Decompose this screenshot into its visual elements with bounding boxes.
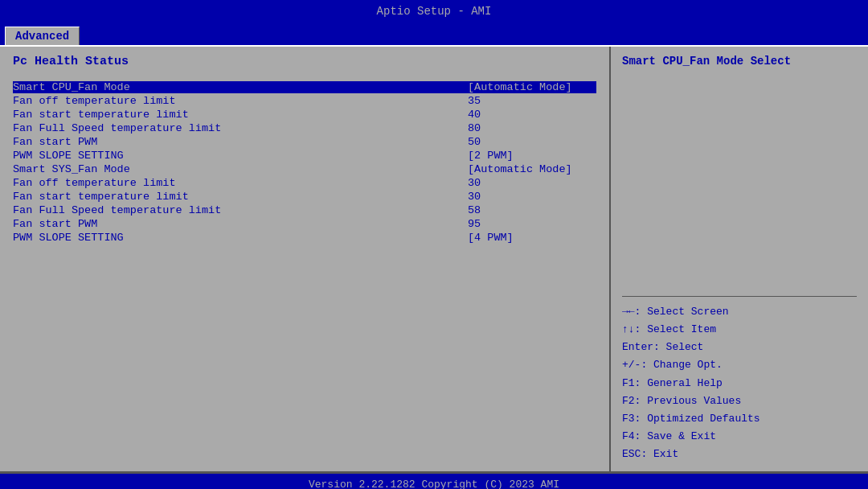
setting-row[interactable]: Smart CPU_Fan Mode[Automatic Mode]: [13, 81, 596, 93]
key-help-line: Enter: Select: [622, 339, 857, 356]
setting-value: 58: [468, 204, 596, 216]
setting-row[interactable]: Fan off temperature limit35: [13, 95, 596, 107]
setting-value: [Automatic Mode]: [468, 163, 596, 175]
tab-row: Advanced: [0, 23, 868, 45]
key-help-line: F2: Previous Values: [622, 392, 857, 410]
setting-row[interactable]: Fan Full Speed temperature limit80: [13, 122, 596, 134]
setting-label: Fan off temperature limit: [13, 95, 176, 107]
setting-label: Fan start PWM: [13, 218, 97, 230]
setting-label: Fan start temperature limit: [13, 191, 189, 203]
section-title: Pc Health Status: [13, 55, 596, 68]
setting-label: Fan start temperature limit: [13, 109, 189, 121]
setting-value: 95: [468, 218, 596, 230]
left-panel: Pc Health Status Smart CPU_Fan Mode[Auto…: [0, 47, 611, 471]
setting-value: [2 PWM]: [468, 150, 596, 162]
setting-value: [Automatic Mode]: [468, 81, 596, 93]
setting-label: Smart SYS_Fan Mode: [13, 163, 130, 175]
setting-row[interactable]: PWM SLOPE SETTING[4 PWM]: [13, 232, 596, 244]
key-help-line: ↑↓: Select Item: [622, 321, 857, 339]
setting-row[interactable]: Fan start PWM95: [13, 218, 596, 230]
setting-value: [4 PWM]: [468, 232, 596, 244]
setting-value: 50: [468, 136, 596, 148]
setting-label: Fan off temperature limit: [13, 177, 176, 189]
setting-row[interactable]: Smart SYS_Fan Mode[Automatic Mode]: [13, 163, 596, 175]
main-area: Pc Health Status Smart CPU_Fan Mode[Auto…: [0, 45, 868, 473]
setting-row[interactable]: Fan start PWM50: [13, 136, 596, 148]
right-description: Smart CPU_Fan Mode Select: [622, 55, 857, 68]
setting-label: Fan Full Speed temperature limit: [13, 122, 221, 134]
key-help-line: F3: Optimized Defaults: [622, 410, 857, 428]
tab-advanced[interactable]: Advanced: [5, 27, 80, 45]
title-bar: Aptio Setup - AMI: [0, 0, 868, 23]
setting-label: Fan Full Speed temperature limit: [13, 204, 221, 216]
setting-value: 30: [468, 177, 596, 189]
setting-row[interactable]: Fan Full Speed temperature limit58: [13, 204, 596, 216]
setting-row[interactable]: Fan start temperature limit40: [13, 109, 596, 121]
setting-value: 40: [468, 109, 596, 121]
setting-label: Fan start PWM: [13, 136, 97, 148]
key-help-line: F4: Save & Exit: [622, 428, 857, 446]
setting-value: 35: [468, 95, 596, 107]
key-help-line: →←: Select Screen: [622, 303, 857, 321]
right-divider: [622, 296, 857, 297]
right-spacer: [622, 74, 857, 296]
footer-text: Version 2.22.1282 Copyright (C) 2023 AMI: [309, 479, 559, 489]
key-help-line: ESC: Exit: [622, 446, 857, 463]
setting-label: PWM SLOPE SETTING: [13, 232, 124, 244]
setting-value: 30: [468, 191, 596, 203]
footer: Version 2.22.1282 Copyright (C) 2023 AMI: [0, 473, 868, 489]
key-help-line: +/-: Change Opt.: [622, 356, 857, 374]
key-help-line: F1: General Help: [622, 375, 857, 392]
right-panel: Smart CPU_Fan Mode Select →←: Select Scr…: [611, 47, 868, 471]
settings-container: Smart CPU_Fan Mode[Automatic Mode]Fan of…: [13, 81, 596, 244]
setting-row[interactable]: Fan start temperature limit30: [13, 191, 596, 203]
setting-label: Smart CPU_Fan Mode: [13, 81, 130, 93]
setting-row[interactable]: Fan off temperature limit30: [13, 177, 596, 189]
setting-label: PWM SLOPE SETTING: [13, 150, 124, 162]
setting-value: 80: [468, 122, 596, 134]
title-text: Aptio Setup - AMI: [377, 5, 492, 18]
setting-row[interactable]: PWM SLOPE SETTING[2 PWM]: [13, 150, 596, 162]
key-help: →←: Select Screen↑↓: Select ItemEnter: S…: [622, 303, 857, 463]
